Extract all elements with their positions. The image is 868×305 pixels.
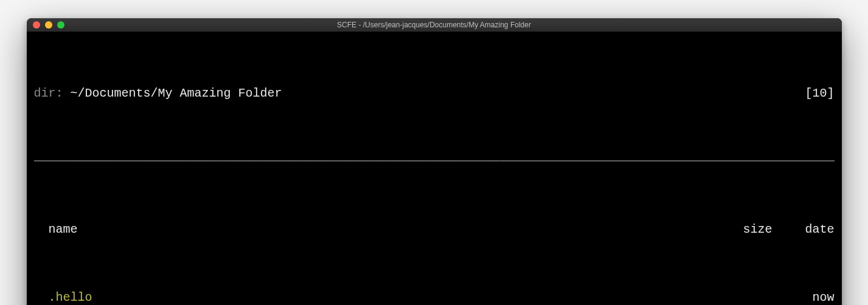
cursor-icon [34,289,49,305]
col-name: name [49,222,78,236]
list-item[interactable]: .hello now [34,289,835,305]
terminal-window: SCFE - /Users/jean-jacques/Documents/My … [27,18,842,305]
minimize-icon[interactable] [45,21,52,29]
traffic-lights [33,21,64,29]
window-title: SCFE - /Users/jean-jacques/Documents/My … [27,21,842,29]
terminal-content[interactable]: dir: ~/Documents/My Amazing Folder [10] … [27,32,842,305]
dir-label: dir: [34,86,63,100]
header-row: dir: ~/Documents/My Amazing Folder [10] [34,85,835,102]
col-date: date [780,221,835,238]
titlebar[interactable]: SCFE - /Users/jean-jacques/Documents/My … [27,18,842,32]
item-count: [10] [805,85,834,102]
entry-date: now [780,289,835,305]
close-icon[interactable] [33,21,40,29]
entry-name: .hello [49,290,92,304]
column-headers: name size date [34,221,835,238]
col-size: size [735,221,772,238]
zoom-icon[interactable] [57,21,64,29]
divider: ────────────────────────────────────────… [34,153,835,170]
dir-path: ~/Documents/My Amazing Folder [71,86,282,100]
